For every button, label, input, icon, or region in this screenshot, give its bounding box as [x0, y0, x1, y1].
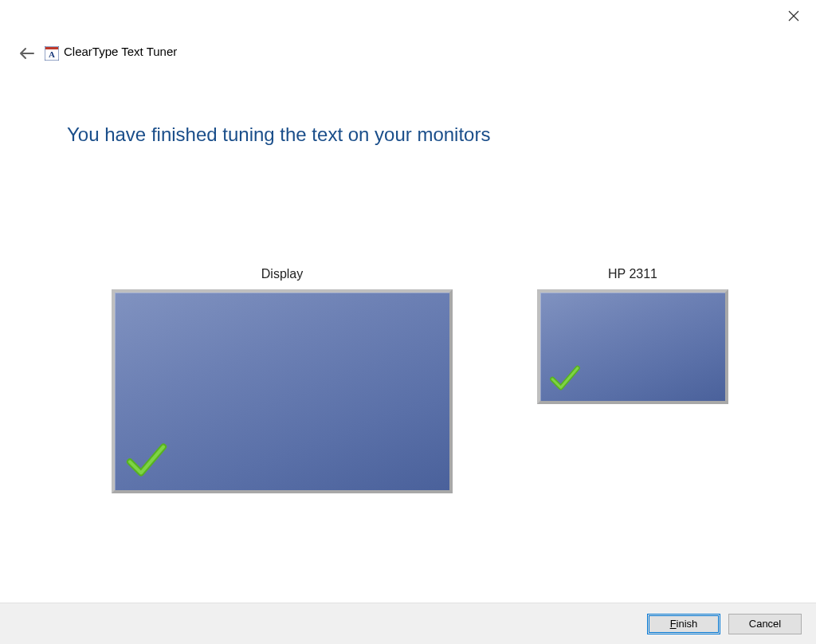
monitors-area: Display HP 2311	[0, 267, 816, 522]
finish-button-rest: inish	[677, 618, 698, 630]
finish-button-accel: F	[670, 618, 677, 630]
monitor-label: Display	[112, 267, 453, 281]
monitor-primary: Display	[112, 267, 453, 493]
monitor-label: HP 2311	[537, 267, 728, 281]
footer-bar: Finish Cancel	[0, 603, 816, 644]
arrow-left-icon	[19, 47, 35, 63]
monitor-screen[interactable]	[537, 289, 728, 404]
app-title: ClearType Text Tuner	[64, 45, 177, 58]
checkmark-icon	[124, 438, 169, 485]
app-icon: A	[45, 46, 59, 61]
cancel-button-label: Cancel	[749, 618, 781, 630]
svg-text:A: A	[49, 49, 55, 59]
monitor-secondary: HP 2311	[537, 267, 728, 404]
page-heading: You have finished tuning the text on you…	[67, 124, 490, 146]
finish-button[interactable]: Finish	[647, 614, 720, 634]
cancel-button[interactable]: Cancel	[728, 614, 802, 634]
close-button[interactable]	[783, 6, 805, 29]
checkmark-icon	[548, 361, 582, 398]
monitor-screen[interactable]	[112, 289, 453, 493]
back-button[interactable]	[18, 45, 37, 65]
close-icon	[788, 10, 799, 25]
